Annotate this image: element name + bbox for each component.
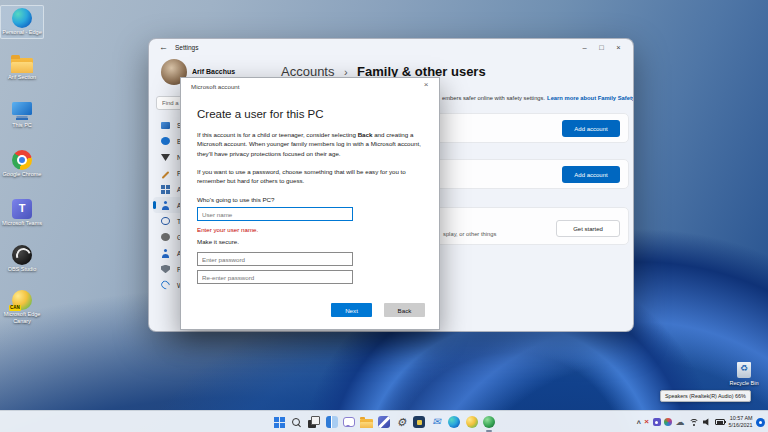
reenter-password-input[interactable] xyxy=(197,270,353,284)
edge-icon xyxy=(12,8,32,28)
desktop-icon-personal-edge[interactable]: Personal - Edge xyxy=(0,5,44,39)
folder-icon xyxy=(11,58,33,73)
desktop-icon-teams[interactable]: T Microsoft Teams xyxy=(0,197,44,229)
family-safety-text: embers safer online with safety settings… xyxy=(442,95,634,101)
tray-color-app-icon[interactable] xyxy=(664,418,672,426)
canary-badge: CAN xyxy=(9,305,21,311)
edge-canary-app-button[interactable] xyxy=(465,415,479,429)
file-explorer-button[interactable] xyxy=(360,415,374,429)
search-icon xyxy=(291,417,302,428)
desktop-icon-recycle-bin[interactable]: ♻ Recycle Bin xyxy=(722,357,766,389)
start-button[interactable] xyxy=(272,415,286,429)
desktop-icon-chrome[interactable]: Google Chrome xyxy=(0,148,44,180)
media-app-icon xyxy=(378,416,390,428)
desktop-icon-obs[interactable]: OBS Studio xyxy=(0,243,44,275)
volume-icon[interactable] xyxy=(703,418,712,426)
username-error-text: Enter your user name. xyxy=(197,226,258,233)
network-icon xyxy=(161,153,170,161)
windows-logo-icon xyxy=(274,417,285,428)
create-user-dialog: Microsoft account × Create a user for th… xyxy=(180,77,440,330)
system-icon xyxy=(161,122,170,129)
green-app-button[interactable] xyxy=(482,415,496,429)
who-label: Who's going to use this PC? xyxy=(197,196,275,203)
media-app-button[interactable] xyxy=(377,415,391,429)
personalization-icon xyxy=(162,171,170,179)
window-title: Settings xyxy=(175,44,199,51)
add-family-account-button[interactable]: Add account xyxy=(562,120,620,137)
desktop-icon-label: Microsoft Edge Canary xyxy=(1,311,43,324)
desktop-icon-label: OBS Studio xyxy=(8,266,37,273)
desktop-icon-label: Personal - Edge xyxy=(2,29,41,36)
chat-button[interactable] xyxy=(342,415,356,429)
add-other-account-button[interactable]: Add account xyxy=(562,166,620,183)
edge-icon xyxy=(448,416,460,428)
family-safety-link[interactable]: Learn more about Family Safety xyxy=(547,95,634,101)
taskbar: ⚙ ✉ ^ × ☁ 10:57 AM 5/16/2021 xyxy=(0,410,768,432)
tray-alert-icon[interactable]: × xyxy=(644,418,649,426)
desktop-icon-label: This PC xyxy=(12,122,32,129)
next-button[interactable]: Next xyxy=(331,303,372,317)
clock-time: 10:57 AM xyxy=(729,415,753,422)
mail-app-button[interactable]: ✉ xyxy=(430,415,444,429)
edge-app-button[interactable] xyxy=(447,415,461,429)
mail-icon: ✉ xyxy=(432,417,440,427)
widgets-button[interactable] xyxy=(325,415,339,429)
maximize-button[interactable]: □ xyxy=(593,41,610,54)
recycle-bin-icon: ♻ xyxy=(734,359,754,379)
chrome-icon xyxy=(12,150,32,170)
tray-teams-icon[interactable] xyxy=(653,418,661,426)
desktop-icon-label: Arif Section xyxy=(8,74,36,81)
gear-icon: ⚙ xyxy=(397,417,407,428)
dialog-close-icon[interactable]: × xyxy=(420,80,432,89)
battery-icon[interactable] xyxy=(715,419,725,425)
desktop-icon-label: Recycle Bin xyxy=(729,380,758,387)
accounts-icon xyxy=(161,201,170,210)
get-started-button[interactable]: Get started xyxy=(556,220,620,237)
folder-icon xyxy=(360,419,373,428)
green-app-icon xyxy=(483,416,495,428)
titlebar: ← Settings – □ × xyxy=(149,39,633,57)
teams-icon: T xyxy=(12,199,32,219)
accessibility-icon xyxy=(161,249,170,258)
system-tray: ^ × ☁ 10:57 AM 5/16/2021 xyxy=(637,414,765,430)
notification-badge[interactable] xyxy=(756,418,765,427)
dialog-paragraph-2: If you want to use a password, choose so… xyxy=(197,167,427,186)
taskbar-clock[interactable]: 10:57 AM 5/16/2021 xyxy=(729,415,753,429)
onedrive-cloud-icon[interactable]: ☁ xyxy=(676,418,685,427)
close-button[interactable]: × xyxy=(610,41,627,54)
time-language-icon xyxy=(161,217,170,225)
minimize-button[interactable]: – xyxy=(576,41,593,54)
store-app-button[interactable] xyxy=(412,415,426,429)
task-view-icon xyxy=(308,416,320,428)
obs-icon xyxy=(12,245,32,265)
apps-icon xyxy=(161,185,170,194)
secure-label: Make it secure. xyxy=(197,238,239,245)
chat-icon xyxy=(343,417,355,427)
back-icon[interactable]: ← xyxy=(159,42,168,52)
taskbar-center: ⚙ ✉ xyxy=(272,415,496,429)
store-icon xyxy=(413,416,425,428)
edge-canary-icon xyxy=(466,416,478,428)
desktop-icon-edge-canary[interactable]: CAN Microsoft Edge Canary xyxy=(0,288,44,326)
task-view-button[interactable] xyxy=(307,415,321,429)
username-input[interactable] xyxy=(197,207,353,221)
desktop-icon-this-pc[interactable]: This PC xyxy=(0,99,44,131)
wifi-icon[interactable] xyxy=(688,418,699,427)
volume-tooltip: Speakers (Realtek(R) Audio) 66% xyxy=(660,390,751,402)
dialog-paragraph-1: If this account is for a child or teenag… xyxy=(197,130,427,158)
dialog-heading: Create a user for this PC xyxy=(197,108,324,120)
clock-date: 5/16/2021 xyxy=(729,422,753,429)
password-input[interactable] xyxy=(197,252,353,266)
desktop-icon-folder[interactable]: Arif Section xyxy=(0,52,44,83)
tray-chevron-up-icon[interactable]: ^ xyxy=(637,420,641,427)
taskbar-search[interactable] xyxy=(290,415,304,429)
bluetooth-icon xyxy=(161,137,170,145)
desktop: Personal - Edge Arif Section This PC Goo… xyxy=(0,0,768,432)
desktop-icon-label: Google Chrome xyxy=(3,171,42,178)
desktop-icon-label: Microsoft Teams xyxy=(2,220,42,227)
settings-app-button[interactable]: ⚙ xyxy=(395,415,409,429)
account-name[interactable]: Arif Bacchus xyxy=(192,68,235,75)
widgets-icon xyxy=(326,416,338,428)
back-button[interactable]: Back xyxy=(384,303,425,317)
privacy-icon xyxy=(161,265,170,274)
